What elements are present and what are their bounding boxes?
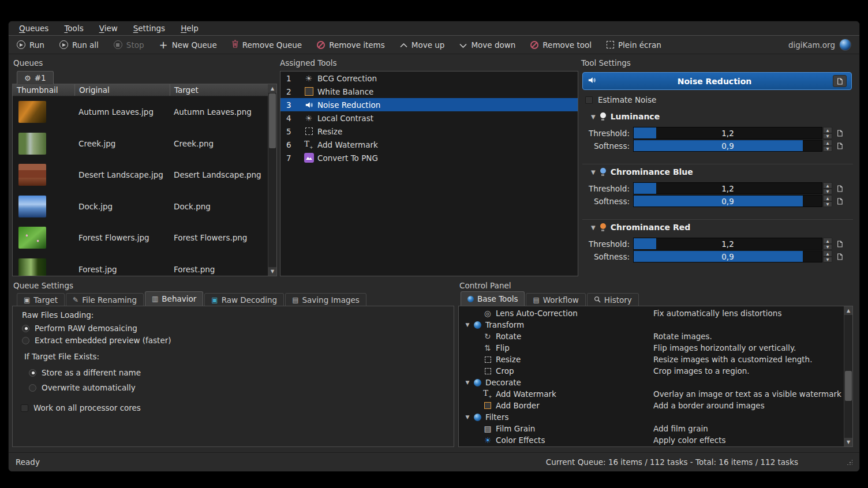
- tree-item-rotate[interactable]: ↻ Rotate Rotate images.: [459, 331, 843, 342]
- white-balance-icon: [305, 87, 313, 96]
- queue-row[interactable]: Desert Landscape.jpg Desert Landscape.pn…: [13, 159, 268, 191]
- tree-item-resize[interactable]: Resize Resize images with a customized l…: [459, 354, 843, 365]
- tab-behavior[interactable]: ▥Behavior: [145, 291, 203, 306]
- threshold-spinner[interactable]: ▲▼: [823, 127, 832, 139]
- tab-file-renaming[interactable]: ✎File Renaming: [66, 293, 144, 306]
- softness-slider[interactable]: 0,9: [633, 250, 822, 262]
- estimate-noise-checkbox[interactable]: Estimate Noise: [585, 95, 656, 104]
- tree-item-crop[interactable]: Crop Crop images to a region.: [459, 365, 843, 377]
- watermark-icon: T+: [482, 389, 493, 399]
- reset-default-icon[interactable]: [837, 241, 843, 247]
- tool-item-add-watermark[interactable]: 6 T+ Add Watermark: [280, 138, 578, 151]
- tree-item-add-border[interactable]: Add Border Add a border around images: [459, 400, 843, 411]
- threshold-spinner[interactable]: ▲▼: [823, 238, 832, 250]
- reset-default-icon[interactable]: [837, 130, 843, 137]
- expander-icon[interactable]: ▼: [463, 322, 472, 328]
- tab-base-tools[interactable]: Base Tools: [461, 291, 525, 306]
- tree-item-color-effects[interactable]: ☀ Color Effects Apply color effects: [459, 434, 843, 446]
- run-all-button[interactable]: Run all: [59, 40, 99, 50]
- section-chrominance-blue[interactable]: ▼ Chrominance Blue: [591, 167, 693, 177]
- queue-tab-1[interactable]: ⚙ #1: [17, 71, 54, 84]
- scroll-down-icon[interactable]: ▼: [844, 438, 852, 446]
- threshold-slider[interactable]: 1,2: [633, 182, 822, 194]
- section-chrominance-red[interactable]: ▼ Chrominance Red: [591, 223, 690, 232]
- softness-spinner[interactable]: ▲▼: [823, 140, 832, 152]
- section-luminance[interactable]: ▼ Luminance: [591, 112, 660, 121]
- tree-item-lens-auto-correction[interactable]: ◎ Lens Auto-Correction Fix automatically…: [459, 307, 843, 319]
- move-up-button[interactable]: Move up: [400, 40, 445, 50]
- new-queue-button[interactable]: + New Queue: [159, 40, 217, 50]
- menu-queues[interactable]: Queues: [19, 24, 48, 33]
- threshold-spinner[interactable]: ▲▼: [823, 182, 832, 194]
- menu-view[interactable]: View: [99, 24, 118, 33]
- expander-icon[interactable]: ▼: [463, 414, 472, 420]
- queue-row[interactable]: Dock.jpg Dock.png: [13, 191, 268, 223]
- tool-item-resize[interactable]: 5 Resize: [280, 125, 578, 138]
- queue-table-scrollbar[interactable]: ▲ ▼: [268, 84, 276, 276]
- remove-tool-button[interactable]: Remove tool: [530, 40, 592, 50]
- tab-workflow[interactable]: ▤Workflow: [526, 293, 585, 306]
- remove-queue-button[interactable]: Remove Queue: [232, 40, 302, 50]
- tree-group-decorate[interactable]: ▼ Decorate: [459, 377, 843, 388]
- thumbnail-image: [18, 258, 46, 277]
- tree-group-filters[interactable]: ▼ Filters: [459, 411, 843, 423]
- collapse-arrow-icon: ▼: [591, 114, 596, 120]
- tree-group-transform[interactable]: ▼ Transform: [459, 319, 843, 331]
- column-thumbnail[interactable]: Thumbnail: [13, 84, 75, 96]
- radio-icon: [29, 384, 36, 392]
- menu-tools[interactable]: Tools: [64, 24, 83, 33]
- run-button[interactable]: Run: [17, 40, 44, 50]
- queue-row[interactable]: Autumn Leaves.jpg Autumn Leaves.png: [13, 96, 268, 128]
- tree-group-partial[interactable]: ▼: [459, 446, 843, 447]
- softness-spinner[interactable]: ▲▼: [823, 250, 832, 262]
- reset-default-icon[interactable]: [837, 253, 843, 260]
- tree-item-flip[interactable]: ⇅ Flip Flip images horizontally or verti…: [459, 342, 843, 354]
- tool-item-white-balance[interactable]: 2 White Balance: [280, 85, 578, 98]
- digikam-brand[interactable]: digiKam.org: [788, 39, 851, 51]
- scroll-up-icon[interactable]: ▲: [844, 306, 852, 315]
- tab-history[interactable]: History: [587, 293, 639, 306]
- radio-overwrite-automatically[interactable]: Overwrite automatically: [29, 383, 136, 392]
- queue-row[interactable]: Forest.jpg Forest.png: [13, 254, 268, 277]
- tree-item-add-watermark[interactable]: T+ Add Watermark Overlay an image or tex…: [459, 388, 843, 400]
- tool-item-bcg-correction[interactable]: 1 ☀ BCG Correction: [280, 72, 578, 85]
- queue-row[interactable]: Forest Flowers.jpg Forest Flowers.png: [13, 222, 268, 254]
- tool-item-local-contrast[interactable]: 4 ☀ Local Contrast: [280, 111, 578, 125]
- resize-grip[interactable]: [847, 459, 852, 465]
- radio-icon: [29, 369, 36, 377]
- queue-row[interactable]: Creek.jpg Creek.png: [13, 128, 268, 160]
- fullscreen-button[interactable]: Plein écran: [607, 40, 661, 50]
- tool-item-convert-to-png[interactable]: 7 Convert To PNG: [280, 151, 578, 164]
- softness-slider[interactable]: 0,9: [633, 195, 822, 207]
- threshold-slider[interactable]: 1,2: [633, 238, 822, 250]
- checkbox-work-all-cores[interactable]: Work on all processor cores: [21, 403, 141, 412]
- menu-settings[interactable]: Settings: [133, 24, 165, 33]
- tool-item-noise-reduction[interactable]: 3 Noise Reduction: [280, 98, 578, 111]
- reset-default-icon[interactable]: [837, 142, 843, 149]
- param-row-softness: Softness: 0,9 ▲▼: [582, 250, 853, 262]
- column-target[interactable]: Target: [170, 84, 268, 96]
- reset-default-button[interactable]: [833, 75, 847, 87]
- threshold-slider[interactable]: 1,2: [633, 127, 822, 139]
- tree-item-film-grain[interactable]: ▤ Film Grain Add film grain: [459, 423, 843, 434]
- tab-raw-decoding[interactable]: ▣Raw Decoding: [204, 293, 284, 306]
- scroll-down-icon[interactable]: ▼: [268, 267, 276, 276]
- radio-extract-embedded-preview[interactable]: Extract embedded preview (faster): [22, 336, 171, 345]
- softness-spinner[interactable]: ▲▼: [823, 195, 832, 207]
- tab-target[interactable]: ▣Target: [17, 293, 65, 306]
- remove-items-button[interactable]: Remove items: [317, 40, 385, 50]
- reset-default-icon[interactable]: [837, 198, 843, 205]
- softness-slider[interactable]: 0,9: [633, 140, 822, 152]
- reset-default-icon[interactable]: [837, 185, 843, 192]
- queue-table-header: Thumbnail Original Target: [13, 84, 268, 96]
- stop-button[interactable]: Stop: [114, 40, 144, 50]
- expander-icon[interactable]: ▼: [463, 380, 472, 385]
- radio-store-different-name[interactable]: Store as a different name: [29, 368, 141, 377]
- move-down-button[interactable]: Move down: [459, 40, 515, 50]
- tree-scrollbar[interactable]: ▲ ▼: [844, 306, 852, 446]
- radio-perform-raw-demosaicing[interactable]: Perform RAW demosaicing: [22, 324, 137, 333]
- menu-help[interactable]: Help: [181, 24, 199, 33]
- column-original[interactable]: Original: [75, 84, 170, 96]
- tab-saving-images[interactable]: ▤Saving Images: [285, 293, 366, 306]
- scroll-up-icon[interactable]: ▲: [268, 84, 276, 93]
